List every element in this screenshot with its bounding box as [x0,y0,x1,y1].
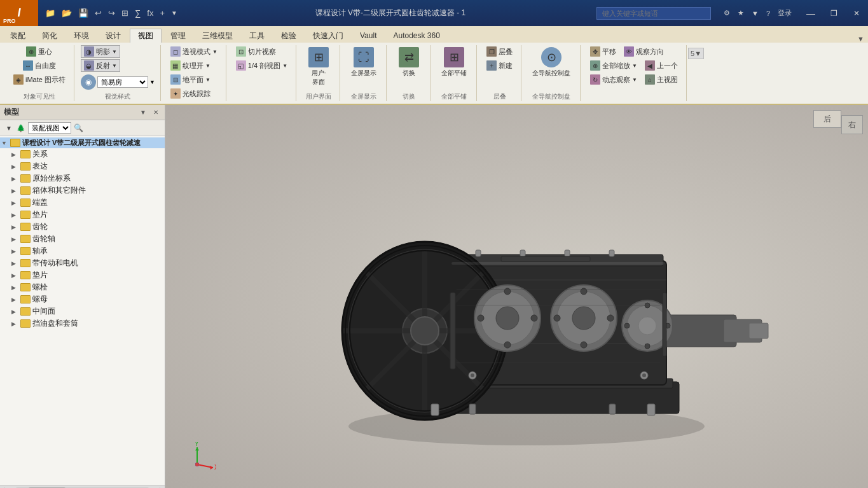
tree-item-housing[interactable]: ▶ 箱体和其它附件 [0,185,165,197]
tree-item-gearshaft[interactable]: ▶ 齿轮轴 [0,233,165,245]
fx-btn[interactable]: fx [145,7,155,19]
btn-ground-plane[interactable]: ⊟ 地平面 ▼ [167,73,214,86]
minimize-btn[interactable]: — [799,0,822,26]
expander-nut[interactable]: ▶ [11,296,20,303]
redo-btn[interactable]: ↪ [106,7,117,19]
expander-midplane[interactable]: ▶ [11,309,20,315]
undo-btn[interactable]: ↩ [93,7,104,19]
expander-root[interactable]: ▼ [1,140,10,146]
expander-gearshaft[interactable]: ▶ [11,236,20,242]
btn-orbit[interactable]: ↻ 动态观察 ▼ [587,73,640,86]
panel-close-btn[interactable]: ✕ [151,108,161,118]
help-signin-btn[interactable]: ⚙ [721,8,733,18]
btn-view-direction[interactable]: 👁 观察方向 [621,45,667,58]
btn-section-view[interactable]: ⊡ 切片视察 [233,45,279,58]
save-btn[interactable]: 💾 [76,7,90,19]
dropdown-arrow[interactable]: ▼ [169,8,179,18]
measure-btn[interactable]: ⊞ [120,7,130,19]
btn-texture[interactable]: ▦ 纹理开 ▼ [167,59,214,72]
view-selector[interactable]: 装配视图 造型视图 [28,122,71,134]
tree-item-coords[interactable]: ▶ 原始坐标系 [0,172,165,185]
visual-style-select[interactable]: 简易房 真实 线框 [97,76,148,88]
formula-btn[interactable]: ∑ [133,7,142,19]
tree-item-endcap[interactable]: ▶ 端盖 [0,197,165,209]
tree-item-belt-drive[interactable]: ▶ 带传动和电机 [0,257,165,269]
expander-expression[interactable]: ▶ [11,164,20,170]
expander-gear[interactable]: ▶ [11,224,20,230]
new-btn[interactable]: 📁 [43,7,57,19]
tree-item-bearing[interactable]: ▶ 轴承 [0,245,165,257]
tree-item-oil-ring[interactable]: ▶ 挡油盘和套筒 [0,317,165,330]
expander-bolt[interactable]: ▶ [11,284,20,291]
btn-perspective[interactable]: ◻ 透视模式 ▼ [167,45,221,58]
dropdown-btn[interactable]: ▼ [749,8,761,18]
btn-user-interface[interactable]: ⊞ 用户· 界面 [303,45,334,88]
btn-center-of-mass[interactable]: ⊕ 重心 [23,45,55,58]
tab-manage[interactable]: 管理 [163,29,193,43]
panel-scrollbar[interactable]: ◀ ▶ [0,485,165,488]
tab-autodesk360[interactable]: Autodesk 360 [385,29,447,43]
tab-quickstart[interactable]: 快速入门 [305,29,351,43]
tree-item-midplane[interactable]: ▶ 中间面 [0,305,165,317]
open-btn[interactable]: 📂 [60,7,74,19]
tree-item-relations[interactable]: ▶ 关系 [0,148,165,160]
tree-item-gear[interactable]: ▶ 齿轮 [0,221,165,233]
btn-home-view[interactable]: ⌂ 主视图 [642,73,681,86]
tree-item-root[interactable]: ▼ 课程设计 V带二级展开式圆柱齿轮减速 [0,137,165,148]
tab-simplify[interactable]: 简化 [34,29,65,43]
btn-switch[interactable]: ⇄ 切换 [393,45,425,80]
visual-style-dropdown[interactable]: ▼ [149,79,155,85]
btn-tile-all[interactable]: ⊞ 全部平铺 [437,45,471,80]
filter-btn[interactable]: ▼ [4,124,14,132]
btn-imate[interactable]: ◈ iMate 图示符 [10,73,69,86]
tree-item-bolt[interactable]: ▶ 螺栓 [0,281,165,293]
expander-housing[interactable]: ▶ [11,188,20,194]
btn-fullscreen[interactable]: ⛶ 全屏显示 [347,45,381,80]
btn-reflection[interactable]: ◒ 反射 ▼ [81,59,120,72]
tree-item-gasket1[interactable]: ▶ 垫片 [0,209,165,221]
restore-btn[interactable]: ❐ [822,0,845,26]
btn-ray-trace[interactable]: ✦ 光线跟踪 [167,87,214,100]
expander-relations[interactable]: ▶ [11,151,20,158]
expander-endcap[interactable]: ▶ [11,200,20,206]
star-btn[interactable]: ★ [735,8,747,18]
tree-item-nut[interactable]: ▶ 螺母 [0,293,165,305]
tab-environment[interactable]: 环境 [66,29,97,43]
tab-inspect[interactable]: 检验 [273,29,304,43]
close-btn[interactable]: ✕ [845,0,868,26]
tab-3dmodel[interactable]: 三维模型 [195,29,240,43]
signin-btn[interactable]: ? [764,8,773,18]
search-input[interactable] [596,7,711,20]
ribbon-tab-bar: 装配 简化 环境 设计 视图 管理 三维模型 工具 检验 快速入门 Vault … [0,26,868,43]
expander-bearing[interactable]: ▶ [11,248,20,254]
tree-item-expression[interactable]: ▶ 表达 [0,160,165,172]
expander-gasket2[interactable]: ▶ [11,272,20,279]
add-btn[interactable]: + [158,7,167,19]
expander-oil-ring[interactable]: ▶ [11,321,20,327]
btn-new-window[interactable]: + 新建 [483,59,516,72]
tab-assemble[interactable]: 装配 [3,29,33,43]
viewport[interactable]: 后 右 [165,105,868,488]
user-btn[interactable]: 登录 [775,7,794,19]
tab-tools[interactable]: 工具 [242,29,272,43]
view-cube-back[interactable]: 后 [813,110,841,128]
view-cube-right[interactable]: 右 [841,115,863,134]
tab-view[interactable]: 视图 [130,29,162,43]
btn-shading[interactable]: ◑ 明影 ▼ [81,45,120,58]
btn-quarter-section[interactable]: ◱ 1/4 剖视图 ▼ [233,59,291,72]
btn-cascade[interactable]: ❐ 层叠 [483,45,516,58]
expander-coords[interactable]: ▶ [11,176,20,182]
btn-prev-view[interactable]: ◀ 上一个 [642,59,681,72]
tab-design[interactable]: 设计 [98,29,128,43]
expander-belt-drive[interactable]: ▶ [11,260,20,267]
btn-zoom-all[interactable]: ⊕ 全部缩放 ▼ [587,59,640,72]
btn-pan[interactable]: ✥ 平移 [587,45,619,58]
ribbon-toggle-btn[interactable]: ▼ [857,35,864,43]
tab-vault[interactable]: Vault [352,29,384,43]
search-tree-btn[interactable]: 🔍 [74,123,83,132]
panel-dropdown-btn[interactable]: ▼ [138,108,148,118]
btn-naviwheel[interactable]: ⊙ 全导航控制盘 [528,45,575,80]
tree-item-gasket2[interactable]: ▶ 垫片 [0,269,165,281]
expander-gasket1[interactable]: ▶ [11,212,20,218]
btn-degrees-freedom[interactable]: ↔ 自由度 [20,59,59,72]
